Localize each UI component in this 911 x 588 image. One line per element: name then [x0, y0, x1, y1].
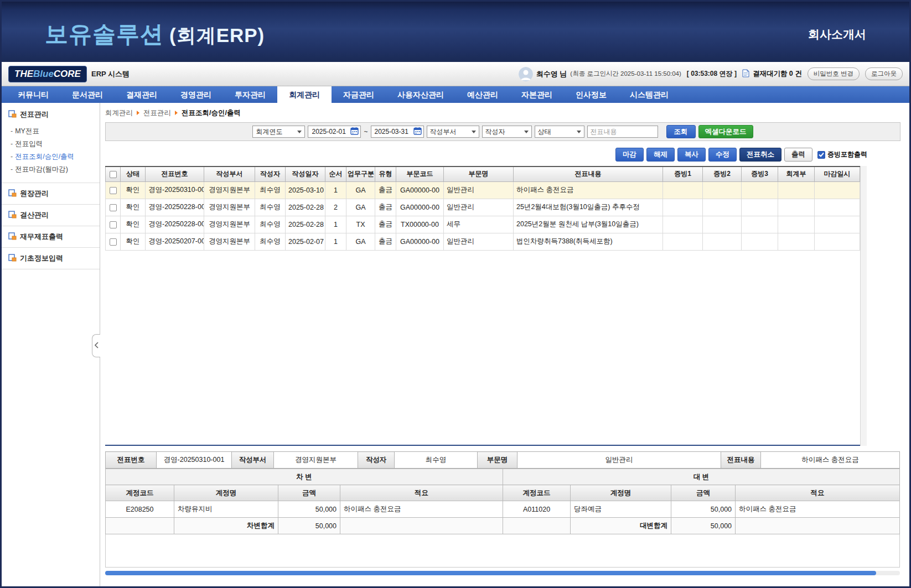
- cell-status: 확인: [121, 181, 146, 199]
- nav-item-user-asset-mgmt[interactable]: 사용자산관리: [386, 86, 456, 103]
- checked-checkbox-icon[interactable]: [817, 151, 825, 159]
- nav-item-hr-info[interactable]: 인사정보: [564, 86, 618, 103]
- closing-button[interactable]: 마감: [615, 148, 644, 162]
- sidebar-item-label: MY전표: [15, 127, 39, 135]
- cell-proof1: [663, 199, 703, 216]
- nav-item-community[interactable]: 커뮤니티: [6, 86, 60, 103]
- cell-closing-datetime: [815, 199, 860, 216]
- nav-item-system-mgmt[interactable]: 시스템관리: [618, 86, 680, 103]
- include-proof-checkbox-wrap[interactable]: 증빙포함출력: [817, 150, 867, 159]
- select-all-checkbox-cell[interactable]: [106, 166, 121, 181]
- logo-part-core: CORE: [54, 69, 81, 79]
- release-button[interactable]: 해제: [646, 148, 675, 162]
- row-checkbox-cell[interactable]: [106, 233, 121, 250]
- calendar-icon[interactable]: [350, 127, 359, 137]
- debit-account-code: E208250: [106, 501, 174, 518]
- writer-select[interactable]: 작성자: [482, 126, 532, 138]
- detail-slip-no-value: 경영-20250310-001: [157, 452, 232, 469]
- debit-col-account-code: 계정코드: [106, 485, 174, 501]
- excel-download-button[interactable]: 엑셀다운로드: [698, 125, 753, 138]
- content-layout: 전표관리 -MY전표 -전표입력 -전표조회/승인/출력 -전표마감(월마감) …: [2, 103, 909, 586]
- breadcrumb-slip-mgmt[interactable]: 전표관리: [143, 108, 171, 118]
- row-checkbox[interactable]: [110, 221, 117, 228]
- breadcrumb-accounting[interactable]: 회계관리: [105, 108, 133, 118]
- debit-credit-value-row[interactable]: E208250 차량유지비 50,000 하이패스 충전요금 A011020 당…: [106, 501, 900, 518]
- sidebar-collapse-button[interactable]: [92, 334, 100, 357]
- horizontal-scrollbar-thumb[interactable]: [105, 571, 876, 575]
- approval-inbox-link[interactable]: 결재대기함 0 건: [753, 69, 802, 79]
- credit-account-code: A011020: [503, 501, 571, 518]
- sidebar-item-slip-entry[interactable]: -전표입력: [8, 138, 95, 150]
- date-to-input[interactable]: 2025-03-31: [371, 126, 424, 138]
- nav-item-funds-mgmt[interactable]: 자금관리: [332, 86, 386, 103]
- table-row[interactable]: 확인 경영-20250228-002 경영지원본부 최수영 2025-02-28…: [106, 199, 860, 216]
- sidebar-menu-slip-management[interactable]: 전표관리: [8, 110, 95, 119]
- row-checkbox[interactable]: [110, 187, 117, 194]
- credit-account-name: 당좌예금: [571, 501, 671, 518]
- col-seq: 순서: [325, 166, 346, 181]
- sidebar-menu-settlement-mgmt[interactable]: 결산관리: [2, 205, 100, 226]
- sidebar-menu-financial-statement-print[interactable]: 재무제표출력: [2, 226, 100, 248]
- nav-item-document-mgmt[interactable]: 문서관리: [60, 86, 115, 103]
- chevron-down-icon: [524, 131, 529, 133]
- row-checkbox-cell[interactable]: [106, 216, 121, 233]
- row-checkbox-cell[interactable]: [106, 181, 121, 199]
- cell-slip-no: 경영-20250310-001: [146, 181, 204, 199]
- debit-credit-table: 차 변 대 변 계정코드 계정명 금액 적요 계정코드 계정명 금액 적요 E2…: [105, 469, 900, 534]
- user-area: 최수영 님 (최종 로그인시간 2025-03-11 15:50:04) [ 0…: [519, 67, 903, 81]
- credit-total-label: 대변합계: [571, 518, 671, 534]
- col-sector-name: 부문명: [444, 166, 514, 181]
- writer-dept-select[interactable]: 작성부서: [427, 126, 479, 138]
- select-all-checkbox[interactable]: [110, 171, 117, 178]
- nav-item-budget-mgmt[interactable]: 예산관리: [456, 86, 510, 103]
- debit-col-note: 적요: [340, 485, 503, 501]
- main-nav: 커뮤니티 문서관리 결재관리 경영관리 투자관리 회계관리 자금관리 사용자산관…: [2, 86, 909, 103]
- cell-slip-content: 25년2월4대보험(3월10일출금) 추후수정: [514, 199, 663, 216]
- nav-item-management[interactable]: 경영관리: [169, 86, 223, 103]
- table-row[interactable]: 확인 경영-20250207-001 경영지원본부 최수영 2025-02-07…: [106, 233, 860, 250]
- approval-inbox-count: 0: [789, 70, 793, 77]
- col-sector-code: 부문코드: [396, 166, 444, 181]
- cell-proof3: [742, 199, 778, 216]
- breadcrumb-arrow-icon: [175, 111, 178, 115]
- nav-item-investment-mgmt[interactable]: 투자관리: [223, 86, 277, 103]
- table-row[interactable]: 확인 경영-20250228-001 경영지원본부 최수영 2025-02-28…: [106, 216, 860, 233]
- table-row[interactable]: 확인 경영-20250310-001 경영지원본부 최수영 2025-03-10…: [106, 181, 860, 199]
- edit-button[interactable]: 수정: [708, 148, 737, 162]
- row-checkbox[interactable]: [110, 204, 117, 211]
- sidebar-menu-label: 결산관리: [20, 210, 49, 220]
- status-select[interactable]: 상태: [535, 126, 584, 138]
- slip-content-input[interactable]: [587, 126, 658, 138]
- date-from-input[interactable]: 2025-02-01: [308, 126, 361, 138]
- calendar-icon[interactable]: [413, 127, 422, 137]
- col-proof2: 증빙2: [703, 166, 742, 181]
- print-button[interactable]: 출력: [784, 148, 812, 162]
- breadcrumb-arrow-icon: [137, 111, 139, 115]
- copy-button[interactable]: 복사: [677, 148, 706, 162]
- user-avatar-icon: [519, 67, 533, 81]
- slip-cancel-button[interactable]: 전표취소: [739, 148, 781, 162]
- sidebar-item-slip-inquiry-approval-print[interactable]: -전표조회/승인/출력: [8, 150, 95, 163]
- erp-application-window: 보유솔루션(회계ERP) 회사소개서 THEBlueCORE ERP 시스템 최…: [0, 0, 911, 588]
- cell-biz-type: GA: [346, 199, 375, 216]
- session-timer[interactable]: [ 03:53:08 연장 ]: [687, 69, 737, 79]
- cell-type: 출금: [375, 216, 396, 233]
- fiscal-year-select[interactable]: 회계연도: [252, 126, 305, 138]
- nav-item-capital-mgmt[interactable]: 자본관리: [510, 86, 564, 103]
- sidebar-menu-basic-info-entry[interactable]: 기초정보입력: [2, 248, 100, 269]
- horizontal-scrollbar[interactable]: [105, 571, 900, 575]
- vertical-scrollbar[interactable]: [860, 166, 867, 446]
- logout-button[interactable]: 로그아웃: [865, 67, 903, 80]
- password-change-button[interactable]: 비밀번호 변경: [808, 67, 860, 80]
- sidebar-menu-ledger-mgmt[interactable]: 원장관리: [2, 183, 100, 205]
- nav-item-accounting-mgmt[interactable]: 회계관리: [277, 86, 332, 103]
- sidebar: 전표관리 -MY전표 -전표입력 -전표조회/승인/출력 -전표마감(월마감) …: [2, 103, 100, 586]
- nav-item-approval-mgmt[interactable]: 결재관리: [115, 86, 169, 103]
- sidebar-item-slip-monthly-closing[interactable]: -전표마감(월마감): [8, 163, 95, 176]
- row-checkbox[interactable]: [110, 238, 117, 246]
- sidebar-item-my-slip[interactable]: -MY전표: [8, 125, 95, 138]
- row-checkbox-cell[interactable]: [106, 199, 121, 216]
- top-banner: 보유솔루션(회계ERP) 회사소개서: [2, 2, 909, 62]
- search-button[interactable]: 조회: [666, 125, 696, 138]
- company-intro-link[interactable]: 회사소개서: [808, 27, 866, 42]
